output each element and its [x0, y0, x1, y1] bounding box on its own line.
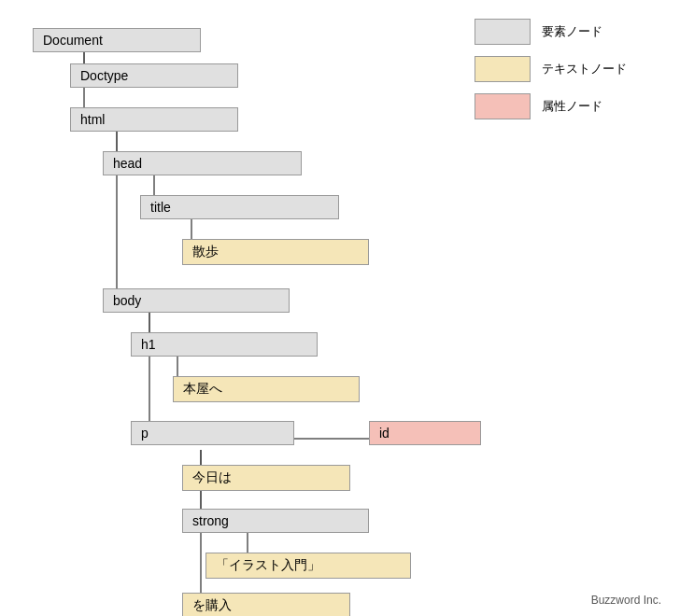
node-h1: h1 [131, 332, 318, 357]
legend-label-attr: 属性ノード [542, 98, 602, 115]
legend-item-element: 要素ノード [475, 19, 661, 45]
node-html: html [70, 107, 238, 132]
node-body: body [103, 288, 290, 313]
legend-item-text: テキストノード [475, 56, 661, 82]
node-doctype: Doctype [70, 63, 238, 88]
node-p-text2: を購入 [182, 593, 350, 616]
legend-box-attr [475, 93, 531, 119]
legend-item-attr: 属性ノード [475, 93, 661, 119]
node-strong: strong [182, 509, 369, 533]
diagram-area: Document Doctype html head title 散歩 body… [9, 9, 430, 607]
node-p: p [131, 421, 294, 445]
legend-box-element [475, 19, 531, 45]
legend-box-text [475, 56, 531, 82]
node-title: title [140, 195, 339, 219]
node-title-text: 散歩 [182, 239, 369, 265]
legend-label-element: 要素ノード [542, 23, 602, 40]
footer-label: Buzzword Inc. [591, 594, 661, 607]
legend-label-text: テキストノード [542, 61, 627, 77]
legend: 要素ノード テキストノード 属性ノード [475, 19, 661, 131]
node-h1-text: 本屋へ [173, 376, 360, 402]
node-strong-text: 「イラスト入門」 [205, 553, 411, 579]
node-p-text1: 今日は [182, 465, 350, 491]
node-id-attr: id [369, 421, 481, 445]
node-head: head [103, 151, 302, 175]
node-document: Document [33, 28, 201, 52]
